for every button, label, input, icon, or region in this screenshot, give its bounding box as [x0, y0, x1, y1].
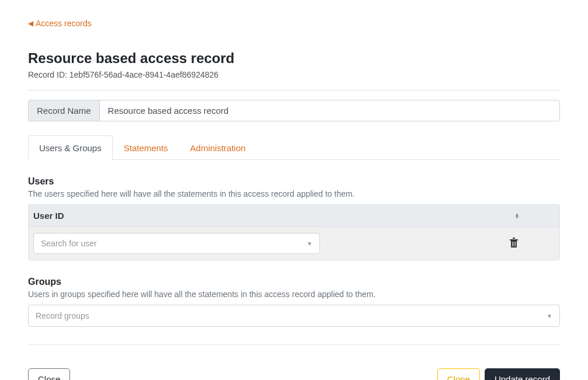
- record-name-input[interactable]: [99, 100, 560, 121]
- search-user-select[interactable]: Search for user ▼: [33, 233, 320, 254]
- footer: Close Clone Update record: [28, 359, 560, 380]
- chevron-down-icon: ▼: [547, 313, 552, 319]
- record-name-input-group: Record Name: [28, 100, 560, 121]
- groups-section-title: Groups: [28, 277, 560, 287]
- breadcrumb-label: Access records: [36, 19, 92, 28]
- tab-administration[interactable]: Administration: [179, 135, 257, 160]
- search-user-placeholder: Search for user: [41, 239, 307, 248]
- user-id-column-header[interactable]: User ID: [33, 211, 64, 221]
- users-table: User ID ▲▼ Search for user ▼: [28, 204, 560, 260]
- groups-section-description: Users in groups specified here will have…: [28, 290, 560, 299]
- sort-icon[interactable]: ▲▼: [514, 213, 520, 219]
- update-record-button[interactable]: Update record: [485, 368, 560, 380]
- table-row: Search for user ▼: [29, 227, 559, 260]
- chevron-down-icon: ▼: [307, 240, 312, 247]
- page-title: Resource based access record: [28, 50, 560, 67]
- svg-rect-0: [510, 239, 518, 240]
- divider: [28, 344, 560, 345]
- users-section-description: The users specified here will have all t…: [28, 189, 560, 198]
- users-table-header: User ID ▲▼: [29, 205, 559, 227]
- svg-rect-1: [513, 238, 515, 239]
- caret-left-icon: ◀: [28, 19, 33, 27]
- record-groups-select[interactable]: Record groups ▼: [28, 305, 560, 327]
- breadcrumb-link[interactable]: ◀ Access records: [28, 19, 92, 28]
- users-section-title: Users: [28, 176, 560, 187]
- record-id-label: Record ID: 1ebf576f-56ad-4ace-8941-4aef8…: [28, 70, 560, 79]
- tab-users-groups[interactable]: Users & Groups: [28, 135, 113, 160]
- divider: [28, 90, 560, 90]
- tabs: Users & Groups Statements Administration: [28, 135, 560, 160]
- groups-section: Groups Users in groups specified here wi…: [28, 277, 560, 327]
- record-groups-placeholder: Record groups: [36, 311, 547, 320]
- close-button[interactable]: Close: [28, 368, 70, 380]
- tab-statements[interactable]: Statements: [113, 135, 179, 160]
- users-section: Users The users specified here will have…: [28, 176, 560, 260]
- trash-icon[interactable]: [509, 240, 519, 250]
- record-name-label: Record Name: [28, 100, 99, 121]
- clone-button[interactable]: Clone: [437, 368, 480, 380]
